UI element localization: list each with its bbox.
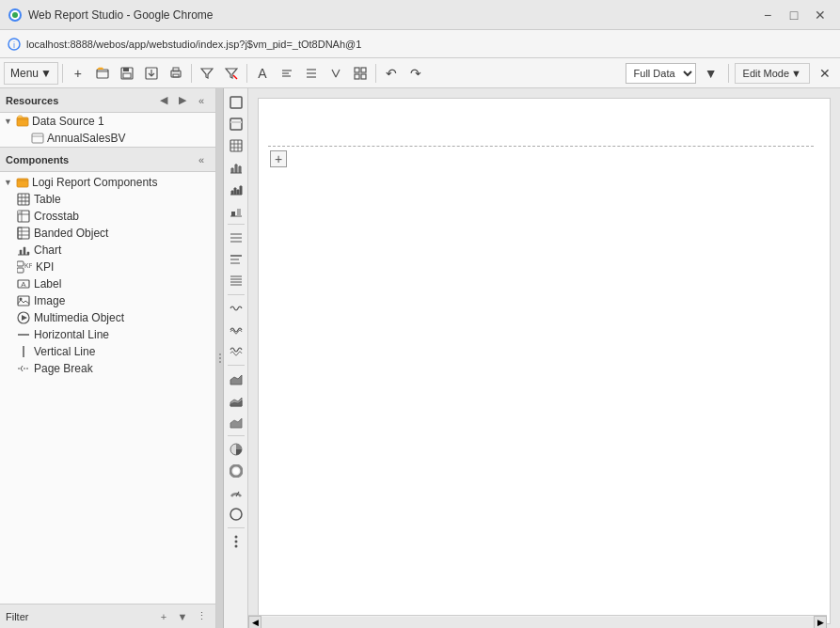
- chart-component[interactable]: Chart: [0, 242, 215, 259]
- kpi-component[interactable]: KPI KPI: [0, 259, 215, 275]
- canvas-inner: +: [258, 98, 831, 624]
- filter-collapse-btn[interactable]: ▼: [174, 608, 191, 625]
- minimize-button[interactable]: −: [755, 3, 780, 27]
- resize-handle[interactable]: [216, 88, 224, 628]
- list2-tool-btn[interactable]: [226, 249, 246, 270]
- close-button[interactable]: ✕: [808, 3, 832, 27]
- bar-chart3-tool-btn[interactable]: [226, 200, 246, 221]
- label-icon: A: [17, 277, 30, 290]
- scroll-left-btn[interactable]: ◀: [248, 616, 262, 629]
- url-display: localhost:8888/webos/app/webstudio/index…: [26, 39, 832, 50]
- pagebreak-component[interactable]: Page Break: [0, 360, 215, 377]
- category-folder-icon: [16, 176, 29, 189]
- pie-tool-btn[interactable]: [226, 439, 246, 460]
- dropdown-arrow[interactable]: ▼: [700, 62, 722, 85]
- svg-point-81: [234, 541, 237, 543]
- data-mode-select[interactable]: Full Data: [626, 63, 696, 84]
- chart-label: Chart: [34, 243, 61, 257]
- table-tool-btn[interactable]: [226, 135, 246, 156]
- sort-button[interactable]: [325, 62, 347, 85]
- align-button[interactable]: [300, 62, 323, 85]
- frame2-tool-btn[interactable]: [226, 114, 246, 134]
- export-button[interactable]: [140, 62, 163, 85]
- edit-mode-button[interactable]: Edit Mode ▼: [735, 63, 810, 84]
- filter-add-btn[interactable]: +: [155, 608, 172, 625]
- bar-chart-tool-btn[interactable]: [226, 157, 246, 178]
- bv-arrow: [19, 133, 28, 143]
- components-collapse-btn[interactable]: «: [193, 151, 210, 168]
- wave-tool-btn[interactable]: [226, 298, 246, 319]
- multimedia-icon: [17, 311, 30, 324]
- svg-rect-24: [17, 118, 28, 126]
- menu-button[interactable]: Menu ▼: [4, 62, 58, 85]
- svg-rect-25: [32, 133, 43, 143]
- toolbar-right: Full Data ▼ Edit Mode ▼ ✕: [626, 62, 836, 85]
- circle-tool-btn[interactable]: [226, 504, 246, 525]
- area-chart2-tool-btn[interactable]: [226, 390, 246, 411]
- label-component[interactable]: A Label: [0, 275, 215, 292]
- components-list: ▼ Logi Report Components Table Crosstab: [0, 172, 215, 604]
- maximize-button[interactable]: □: [782, 3, 806, 27]
- table-component[interactable]: Table: [0, 191, 215, 208]
- table-label: Table: [34, 193, 61, 206]
- ring-tool-btn[interactable]: [226, 461, 246, 481]
- close-panel-button[interactable]: ✕: [814, 62, 836, 85]
- image-component[interactable]: Image: [0, 292, 215, 309]
- toolbar-sep-2: [191, 64, 192, 83]
- resources-forward-btn[interactable]: ▶: [174, 92, 191, 109]
- resources-collapse-btn[interactable]: «: [193, 92, 210, 109]
- group-button[interactable]: [349, 62, 372, 85]
- filter-menu-btn[interactable]: ⋮: [193, 608, 210, 625]
- svg-rect-56: [230, 121, 242, 123]
- dot3: [219, 361, 221, 363]
- more-tools-btn[interactable]: [226, 531, 246, 552]
- undo-button[interactable]: ↶: [380, 62, 403, 85]
- multimedia-component[interactable]: Multimedia Object: [0, 309, 215, 326]
- svg-marker-49: [22, 315, 27, 321]
- filter-clear-button[interactable]: [220, 62, 243, 85]
- filter-button[interactable]: [196, 62, 218, 85]
- text-button[interactable]: A: [251, 62, 274, 85]
- wave2-tool-btn[interactable]: [226, 320, 246, 340]
- view-icon: [31, 132, 44, 145]
- gauge-tool-btn[interactable]: [226, 482, 246, 503]
- scroll-right-btn[interactable]: ▶: [814, 616, 827, 629]
- left-panel: Resources ◀ ▶ « ▼ Data Source 1 AnnualSa…: [0, 88, 216, 628]
- vtoolbar-sep-1: [228, 224, 245, 225]
- new-button[interactable]: +: [67, 62, 89, 85]
- list3-tool-btn[interactable]: [226, 271, 246, 291]
- banded-component[interactable]: Banded Object: [0, 225, 215, 242]
- frame-tool-btn[interactable]: [226, 92, 246, 113]
- resources-back-btn[interactable]: ◀: [155, 92, 172, 109]
- open-folder-button[interactable]: [91, 62, 114, 85]
- print-button[interactable]: [165, 62, 187, 85]
- components-label: Components: [6, 154, 69, 165]
- app-icon: [8, 8, 23, 23]
- annualsalesbv-item[interactable]: AnnualSalesBV: [0, 130, 215, 147]
- crosstab-component[interactable]: Crosstab: [0, 208, 215, 225]
- table-icon: [17, 193, 30, 206]
- bar-chart2-tool-btn[interactable]: [226, 179, 246, 199]
- svg-line-13: [233, 75, 237, 79]
- datasource-1-item[interactable]: ▼ Data Source 1: [0, 113, 215, 130]
- list-tool-btn[interactable]: [226, 228, 246, 248]
- area-chart-tool-btn[interactable]: [226, 369, 246, 389]
- vtoolbar-sep-2: [228, 294, 245, 295]
- redo-button[interactable]: ↷: [404, 62, 427, 85]
- vline-component[interactable]: Vertical Line: [0, 343, 215, 360]
- horizontal-scrollbar[interactable]: [262, 617, 814, 628]
- hline-component[interactable]: Horizontal Line: [0, 326, 215, 343]
- pagebreak-label: Page Break: [34, 362, 93, 375]
- area-chart3-tool-btn[interactable]: [226, 412, 246, 432]
- save-button[interactable]: [116, 62, 138, 85]
- canvas-area[interactable]: + ◀ ▶: [248, 88, 840, 628]
- filter-label: Filter: [6, 611, 28, 622]
- canvas-add-button[interactable]: +: [270, 150, 287, 167]
- format-button[interactable]: [276, 62, 298, 85]
- vtoolbar-sep-5: [228, 527, 245, 528]
- svg-text:KPI: KPI: [24, 262, 32, 269]
- hline-icon: [17, 328, 30, 341]
- logi-components-category[interactable]: ▼ Logi Report Components: [0, 174, 215, 191]
- wave3-tool-btn[interactable]: [226, 341, 246, 362]
- svg-rect-38: [18, 228, 22, 239]
